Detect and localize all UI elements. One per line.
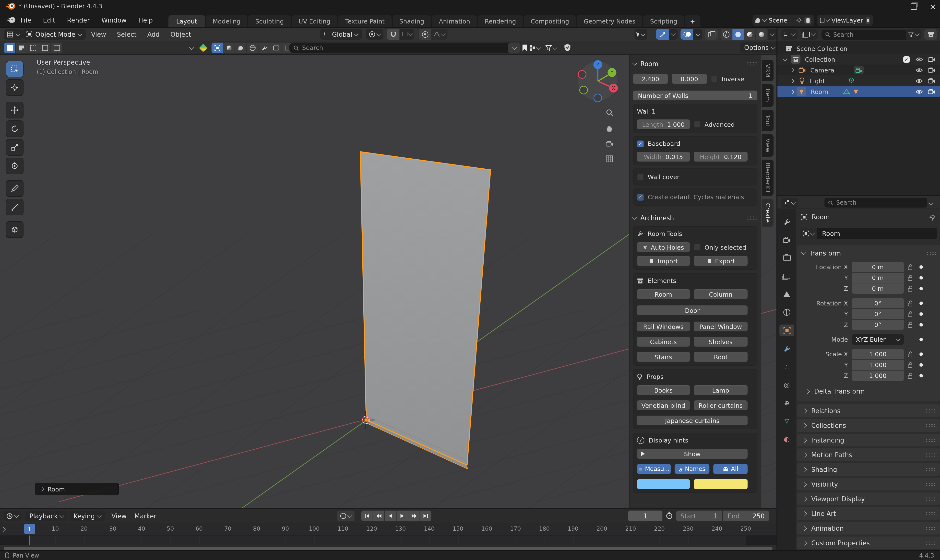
panel-drag-handle[interactable] bbox=[925, 482, 936, 486]
tab-compositing[interactable]: Compositing bbox=[524, 15, 576, 28]
transform-orientation-dropdown[interactable]: Global bbox=[320, 29, 362, 40]
lock-icon[interactable] bbox=[904, 311, 917, 317]
viewport-menu-add[interactable]: Add bbox=[147, 31, 160, 38]
timeline-track-area[interactable] bbox=[0, 535, 777, 545]
tool-annotate[interactable] bbox=[6, 180, 23, 197]
element-cabinets-button[interactable]: Cabinets bbox=[637, 337, 690, 346]
location-z-field[interactable]: 0 m bbox=[852, 283, 904, 294]
tool-move[interactable] bbox=[6, 102, 23, 118]
hint-names-toggle[interactable]: aNames bbox=[675, 464, 709, 474]
frame-start-field[interactable]: Start1 bbox=[676, 511, 722, 522]
playback-menu[interactable]: Playback bbox=[25, 511, 68, 521]
location-x-field[interactable]: 0 m bbox=[852, 262, 904, 272]
frame-end-field[interactable]: End250 bbox=[723, 511, 769, 522]
hide-eye-icon[interactable] bbox=[915, 89, 923, 94]
properties-options-chevron[interactable] bbox=[929, 200, 933, 205]
animate-dot[interactable] bbox=[920, 352, 923, 356]
hide-eye-icon[interactable] bbox=[915, 57, 923, 62]
rotation-y-field[interactable]: 0° bbox=[852, 309, 904, 319]
viewport-menu-view[interactable]: View bbox=[91, 31, 106, 38]
close-button[interactable]: × bbox=[929, 2, 936, 11]
animate-dot[interactable] bbox=[920, 374, 923, 377]
tab-layout[interactable]: Layout bbox=[168, 15, 205, 28]
playhead-line[interactable] bbox=[29, 535, 30, 545]
tab-scene[interactable] bbox=[780, 288, 794, 300]
asset-scene-button[interactable] bbox=[259, 43, 270, 53]
outliner-row-collection[interactable]: Collection ✓ bbox=[777, 54, 940, 65]
baseboard-height-field[interactable]: Height0.120 bbox=[694, 152, 747, 162]
viewlayer-selector[interactable]: ViewLayer bbox=[817, 15, 873, 26]
select-intersect-button[interactable] bbox=[51, 43, 62, 53]
viewlayer-name[interactable]: ViewLayer bbox=[832, 17, 863, 24]
operator-expand-chevron[interactable] bbox=[39, 486, 44, 491]
element-door-button[interactable]: Door bbox=[637, 305, 747, 315]
wall-length-field[interactable]: Length1.000 bbox=[637, 120, 690, 129]
panel-drag-handle[interactable] bbox=[925, 423, 936, 428]
proportional-falloff-dropdown[interactable] bbox=[431, 29, 448, 40]
new-collection-button[interactable] bbox=[924, 29, 937, 40]
disable-render-icon[interactable] bbox=[928, 89, 935, 94]
visibility-dropdown[interactable] bbox=[635, 29, 647, 40]
menu-edit[interactable]: Edit bbox=[43, 16, 55, 24]
disable-render-icon[interactable] bbox=[928, 67, 935, 73]
sidebar-tab-blenderkit[interactable]: BlenderKit bbox=[762, 160, 774, 196]
tab-physics[interactable]: ◎ bbox=[780, 379, 794, 391]
minimize-button[interactable]: — bbox=[891, 3, 898, 10]
keying-menu[interactable]: Keying bbox=[69, 511, 105, 521]
sidebar-tab-item[interactable]: Item bbox=[762, 84, 774, 107]
panel-custom-properties[interactable]: Custom Properties bbox=[797, 537, 940, 549]
prop-japanese-curtains-button[interactable]: Japanese curtains bbox=[637, 415, 747, 425]
tab-modifiers[interactable] bbox=[780, 343, 794, 354]
export-button[interactable]: Export bbox=[694, 256, 747, 266]
tab-modeling[interactable]: Modeling bbox=[206, 15, 248, 28]
proportional-edit-toggle[interactable] bbox=[419, 29, 431, 40]
bookmark-icon[interactable] bbox=[522, 44, 527, 51]
tab-shading[interactable]: Shading bbox=[393, 15, 431, 28]
add-workspace-button[interactable]: + bbox=[685, 15, 700, 28]
show-hints-button[interactable]: Show bbox=[637, 449, 747, 458]
shading-dropdown[interactable] bbox=[767, 29, 777, 40]
select-lasso-button[interactable] bbox=[39, 43, 51, 53]
blenderkit-search-dropdown[interactable] bbox=[508, 43, 520, 53]
element-rail-windows-button[interactable]: Rail Windows bbox=[637, 322, 690, 331]
tab-sculpting[interactable]: Sculpting bbox=[248, 15, 291, 28]
timeline-editor-dropdown[interactable] bbox=[4, 511, 20, 521]
overlays-toggle[interactable] bbox=[680, 29, 693, 40]
rotation-mode-field[interactable]: XYZ Euler bbox=[852, 334, 904, 345]
tab-texture-paint[interactable]: Texture Paint bbox=[338, 15, 391, 28]
jump-to-end-button[interactable] bbox=[420, 511, 431, 522]
overlays-dropdown[interactable] bbox=[693, 29, 702, 40]
tab-view-layer[interactable] bbox=[780, 270, 794, 282]
asset-sort-dropdown[interactable] bbox=[530, 43, 540, 53]
options-dropdown[interactable]: Options bbox=[740, 42, 779, 53]
animate-dot[interactable] bbox=[920, 302, 923, 305]
element-shelves-button[interactable]: Shelves bbox=[694, 337, 747, 346]
gizmo-z-neg[interactable] bbox=[594, 94, 602, 102]
viewport-ortho-icon[interactable] bbox=[606, 155, 613, 163]
tool-cursor[interactable] bbox=[6, 79, 23, 96]
number-of-walls-slider[interactable]: Number of Walls 1 bbox=[633, 91, 757, 100]
timeline-scrollbar[interactable] bbox=[4, 547, 772, 550]
viewport-menu-object[interactable]: Object bbox=[170, 31, 191, 38]
animate-dot[interactable] bbox=[920, 338, 923, 341]
menu-render[interactable]: Render bbox=[67, 16, 90, 24]
pin-icon[interactable] bbox=[929, 214, 936, 220]
outliner-search-field[interactable]: Search bbox=[821, 29, 909, 39]
advanced-checkbox[interactable] bbox=[694, 121, 701, 128]
panel-animation[interactable]: Animation bbox=[797, 522, 940, 535]
asset-brush-button[interactable] bbox=[235, 43, 247, 53]
panel-motion-paths[interactable]: Motion Paths bbox=[797, 448, 940, 461]
element-roof-button[interactable]: Roof bbox=[694, 352, 747, 362]
auto-holes-button[interactable]: # Auto Holes bbox=[637, 242, 690, 252]
object-type-dropdown[interactable] bbox=[800, 228, 817, 239]
asset-filter-dropdown[interactable] bbox=[545, 43, 556, 53]
copy-scene-icon[interactable] bbox=[804, 17, 811, 24]
collapse-chevron[interactable] bbox=[783, 56, 787, 61]
panel-header-archimesh[interactable]: Archimesh bbox=[633, 213, 757, 223]
copy-viewlayer-icon[interactable] bbox=[866, 17, 870, 24]
gizmo-y-neg[interactable] bbox=[579, 86, 587, 94]
panel-visibility[interactable]: Visibility bbox=[797, 478, 940, 491]
next-keyframe-button[interactable] bbox=[408, 511, 420, 522]
tool-measure[interactable] bbox=[6, 199, 23, 215]
shading-rendered-button[interactable] bbox=[756, 29, 767, 40]
